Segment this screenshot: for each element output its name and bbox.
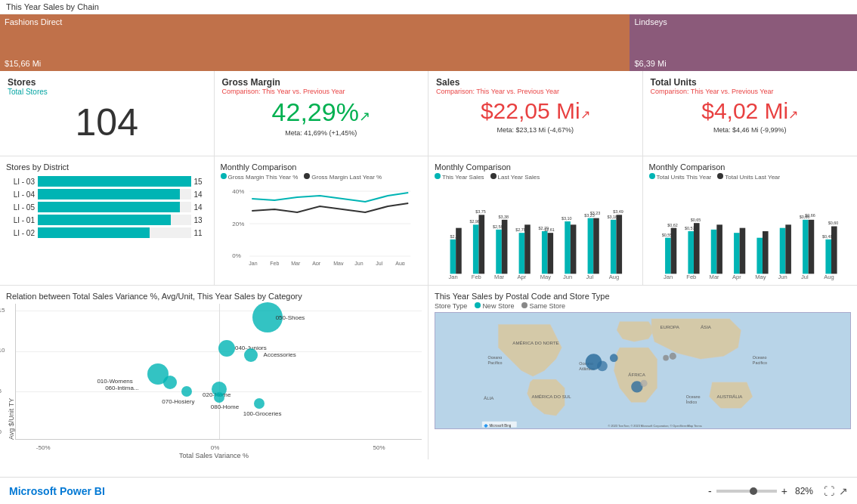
zoom-minus-button[interactable]: - — [708, 485, 712, 497]
kpi-stores-label: Total Stores — [8, 88, 206, 96]
district-val-2: 14 — [194, 203, 208, 212]
charts-row: Stores by District LI - 03 15 LI - 04 14… — [0, 156, 857, 286]
y-tick-0: $0 — [0, 428, 2, 435]
sales-monthly-chart: Monthly Comparison This Year Sales Last … — [428, 156, 643, 285]
svg-text:Mar: Mar — [709, 274, 719, 280]
svg-rect-71 — [825, 240, 831, 274]
svg-point-102 — [663, 355, 669, 361]
map-title: This Year Sales by Postal Code and Store… — [435, 292, 851, 301]
footer: Microsoft Power BI - + 82% ⛶ ↗ — [0, 477, 857, 504]
kpi-gm-value: 42,29%↗ — [222, 98, 421, 126]
svg-text:Oceano: Oceano — [487, 355, 502, 360]
gm-chart-title: Monthly Comparison — [221, 162, 422, 172]
svg-text:Jul: Jul — [800, 274, 808, 280]
svg-text:🔷 Microsoft Bing: 🔷 Microsoft Bing — [484, 423, 512, 428]
svg-text:$0,65: $0,65 — [690, 218, 701, 222]
district-label-3: LI - 01 — [6, 216, 35, 224]
bubble-shoes-label: 050-Shoes — [276, 314, 305, 321]
district-bar-2 — [38, 202, 191, 212]
svg-text:May: May — [540, 274, 552, 280]
svg-text:ÁLIA: ÁLIA — [484, 395, 494, 400]
svg-text:Índico: Índico — [686, 400, 697, 404]
same-store-legend: Same Store — [521, 302, 565, 310]
x-tick-50: 50% — [373, 444, 385, 451]
zoom-plus-button[interactable]: + — [781, 485, 787, 497]
svg-text:0%: 0% — [232, 252, 241, 259]
district-bar-1 — [38, 189, 191, 199]
footer-brand: Microsoft Power BI — [9, 485, 105, 497]
stores-district-chart: Stores by District LI - 03 15 LI - 04 14… — [0, 156, 215, 285]
bubble-home2-label: 080-Home — [211, 404, 239, 410]
kpi-row: Stores Total Stores 104 Gross Margin Com… — [0, 71, 857, 156]
svg-text:$0,62: $0,62 — [667, 223, 678, 227]
svg-text:$2,98: $2,98 — [470, 219, 481, 224]
svg-rect-29 — [548, 233, 554, 274]
svg-text:ÁFRICA: ÁFRICA — [628, 372, 645, 377]
gm-line-chart: 40% 20% 0% Jan Feb Mar Apr May Jun Jul — [221, 182, 422, 265]
svg-rect-64 — [763, 231, 769, 274]
svg-text:Oceano: Oceano — [753, 355, 767, 360]
svg-point-101 — [610, 354, 618, 362]
district-bar-4 — [38, 227, 191, 238]
svg-text:$3,75: $3,75 — [475, 209, 486, 214]
district-row-4: LI - 02 11 — [6, 227, 208, 238]
fullscreen-icon[interactable]: ⛶ — [824, 485, 834, 497]
svg-text:Apr: Apr — [312, 261, 321, 265]
svg-rect-36 — [593, 218, 599, 274]
bubble-accessories-label: Accessories — [264, 351, 296, 358]
kpi-gm-comparison: Comparison: This Year vs. Previous Year — [222, 88, 421, 95]
kpi-gm-title: Gross Margin — [222, 77, 421, 88]
svg-text:Oceano: Oceano — [686, 394, 701, 399]
chain-section-title: This Year Sales by Chain — [0, 0, 857, 14]
sales-legend-last-year: Last Year Sales — [490, 173, 540, 181]
units-monthly-chart: Monthly Comparison Total Units This Year… — [643, 156, 858, 285]
svg-text:Pacífico: Pacífico — [487, 360, 502, 365]
new-store-legend: New Store — [475, 302, 514, 310]
svg-rect-68 — [808, 220, 814, 274]
bubble-juniors — [218, 340, 235, 357]
svg-text:$0,57: $0,57 — [685, 226, 695, 230]
svg-rect-61 — [734, 233, 740, 274]
svg-rect-26 — [524, 224, 531, 274]
district-row-2: LI - 05 14 — [6, 202, 208, 212]
svg-rect-32 — [565, 221, 571, 274]
svg-text:Mar: Mar — [291, 261, 301, 265]
svg-rect-28 — [542, 231, 548, 274]
district-label-4: LI - 02 — [6, 229, 35, 237]
svg-text:$0,55: $0,55 — [661, 233, 672, 237]
y-tick-10: $10 — [0, 347, 5, 354]
zero-line — [219, 304, 220, 439]
units-legend-this-year: Total Units This Year — [649, 173, 712, 181]
bubble-home2 — [214, 392, 224, 403]
svg-text:Feb: Feb — [686, 274, 696, 280]
share-icon[interactable]: ↗ — [839, 485, 848, 497]
district-val-3: 13 — [194, 216, 208, 224]
units-bar-chart: $0,55 $0,62 $0,57 $0,65 — [649, 182, 852, 280]
zoom-slider[interactable] — [716, 490, 777, 493]
svg-text:$0,66: $0,66 — [805, 213, 815, 218]
scatter-y-label: Avg $/Unit TY — [6, 304, 15, 440]
svg-text:$3,18: $3,18 — [608, 215, 618, 219]
x-tick-0: 0% — [211, 444, 220, 451]
svg-text:AMÉRICA DO SUL: AMÉRICA DO SUL — [532, 394, 572, 399]
svg-rect-21 — [496, 230, 502, 274]
kpi-units-title: Total Units — [651, 77, 850, 88]
svg-text:Apr: Apr — [732, 274, 741, 280]
svg-text:© 2023 TomTom; © 2023 Microsof: © 2023 TomTom; © 2023 Microsoft Corporat… — [608, 425, 702, 428]
analysis-row: Relation between Total Sales Variance %,… — [0, 286, 857, 477]
store-type-label: Store Type — [435, 302, 467, 310]
svg-rect-55 — [688, 231, 694, 274]
kpi-units-comparison: Comparison: This Year vs. Previous Year — [651, 88, 850, 95]
scatter-chart: Avg $/Unit TY $15 $10 $5 $0 050-Shoes — [6, 304, 422, 440]
svg-text:$3,38: $3,38 — [499, 215, 509, 219]
svg-text:Jun: Jun — [354, 261, 363, 265]
svg-text:Apr: Apr — [517, 274, 526, 280]
district-label-1: LI - 04 — [6, 190, 35, 199]
svg-text:Aug: Aug — [609, 274, 619, 280]
svg-text:EUROPA: EUROPA — [660, 324, 679, 329]
svg-rect-14 — [450, 240, 456, 274]
svg-text:Jun: Jun — [778, 274, 787, 280]
zoom-thumb[interactable] — [750, 487, 757, 495]
map-section: This Year Sales by Postal Code and Store… — [428, 286, 857, 459]
district-bar-3 — [38, 215, 191, 225]
